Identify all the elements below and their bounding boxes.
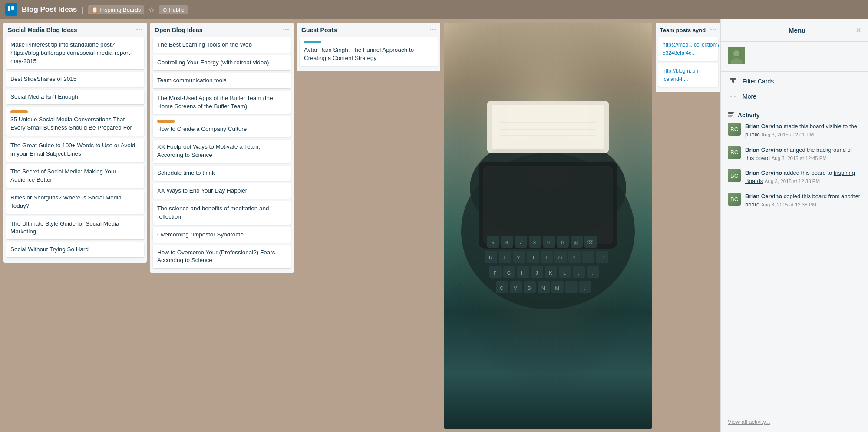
card-sm-1[interactable]: Make Pinterest tip into standalone post?… [6, 37, 144, 69]
card-ob-8[interactable]: XX Ways to End Your Day Happier [153, 183, 291, 199]
activity-user-4: Brian Cervino [745, 193, 782, 199]
card-sm-3[interactable]: Social Media Isn't Enough [6, 90, 144, 105]
list-cards-guest-posts: Avtar Ram Singh: The Funnel Approach to … [297, 37, 440, 71]
trello-logo [5, 3, 17, 16]
card-ob-6[interactable]: XX Foolproof Ways to Motivate a Team, Ac… [153, 140, 291, 163]
card-ob-3[interactable]: Team communication tools [153, 73, 291, 88]
card-sm-2[interactable]: Best SlideShares of 2015 [6, 72, 144, 87]
activity-item-1: BC Brian Cervino made this board visible… [728, 123, 861, 139]
svg-text:Y: Y [517, 255, 520, 260]
activity-avatar-1: BC [728, 123, 741, 136]
activity-item-3: BC Brian Cervino added this board to Ins… [728, 169, 861, 186]
filter-cards-row[interactable]: Filter Cards [721, 73, 868, 89]
avatar-image [728, 47, 745, 64]
svg-text:I: I [545, 255, 547, 260]
activity-time-3: Aug 3, 2015 at 12:38 PM [765, 179, 820, 184]
svg-text:N: N [541, 286, 545, 291]
card-gp-1[interactable]: Avtar Ram Singh: The Funnel Approach to … [300, 37, 438, 66]
more-row[interactable]: ··· More [721, 89, 868, 104]
list-header-team-posts: Team posts synd ··· [656, 23, 720, 37]
list-header-open-blog: Open Blog Ideas ··· [150, 23, 294, 37]
list-menu-guest-posts[interactable]: ··· [429, 26, 436, 34]
list-menu-team-posts[interactable]: ··· [710, 26, 716, 34]
svg-rect-82 [728, 113, 733, 114]
activity-text-3: Brian Cervino added this board to Inspir… [745, 169, 861, 186]
card-text: XX Foolproof Ways to Motivate a Team, Ac… [157, 143, 260, 158]
list-title-open-blog: Open Blog Ideas [155, 27, 202, 33]
divider-2 [721, 106, 868, 106]
visibility-chip[interactable]: ⊕ Public [159, 5, 188, 14]
list-cards-open-blog: The Best Learning Tools on the Web Contr… [150, 37, 294, 273]
view-all-activity-link[interactable]: View all activity... [721, 415, 868, 432]
card-text: The Great Guide to 100+ Words to Use or … [10, 142, 135, 157]
card-ob-4[interactable]: The Most-Used Apps of the Buffer Team (t… [153, 91, 291, 114]
card-text: Team communication tools [157, 77, 227, 83]
svg-text:;: ; [578, 270, 579, 276]
activity-list: BC Brian Cervino made this board visible… [721, 123, 868, 415]
activity-user-2: Brian Cervino [745, 146, 782, 153]
activity-text-2: Brian Cervino changed the background of … [745, 146, 861, 163]
card-ob-5[interactable]: How to Create a Company Culture [153, 116, 291, 137]
svg-rect-83 [728, 115, 733, 116]
card-ob-11[interactable]: How to Overcome Your (Professional?) Fea… [153, 245, 291, 269]
card-sm-6[interactable]: The Secret of Social Media: Making Your … [6, 164, 144, 188]
board-title: Blog Post Ideas [22, 5, 77, 14]
svg-text:H: H [521, 270, 525, 276]
card-text: https://medi...collection/7-53248efaf4c.… [663, 42, 720, 56]
list-menu-open-blog[interactable]: ··· [283, 26, 289, 34]
card-text: Controlling Your Energy (with retreat vi… [157, 59, 269, 66]
svg-rect-7 [492, 105, 604, 149]
list-menu-social-media[interactable]: ··· [136, 26, 142, 34]
globe-icon: ⊕ [162, 7, 167, 13]
board-area: Social Media Blog Ideas ··· Make Pintere… [0, 19, 868, 432]
card-text: Schedule time to think [157, 169, 215, 176]
svg-text:F: F [494, 270, 497, 276]
card-label-orange [157, 120, 175, 123]
svg-text:@: @ [574, 240, 578, 245]
card-tp-2[interactable]: http://blog.n...in-iceland-fr... [658, 63, 718, 87]
svg-text:,: , [570, 286, 571, 291]
svg-text:⌫: ⌫ [587, 240, 594, 245]
svg-text:7: 7 [519, 240, 522, 245]
card-ob-1[interactable]: The Best Learning Tools on the Web [153, 37, 291, 53]
star-icon[interactable]: ☆ [149, 6, 155, 14]
svg-rect-81 [728, 112, 734, 113]
card-ob-10[interactable]: Overcoming "Impostor Syndrome" [153, 227, 291, 243]
divider-1 [721, 71, 868, 72]
svg-text:U: U [531, 255, 534, 260]
svg-text:M: M [555, 286, 559, 291]
header-divider: | [82, 5, 84, 14]
card-text: Avtar Ram Singh: The Funnel Approach to … [304, 47, 414, 61]
svg-text:G: G [507, 270, 511, 276]
card-text: How to Create a Company Culture [157, 126, 247, 132]
activity-time-1: Aug 3, 2015 at 2:01 PM [762, 132, 814, 137]
activity-time-2: Aug 3, 2015 at 12:45 PM [772, 156, 827, 161]
card-sm-8[interactable]: The Ultimate Style Guide for Social Medi… [6, 216, 144, 240]
card-sm-9[interactable]: Social Without Trying So Hard [6, 242, 144, 257]
card-ob-9[interactable]: The science and benefits of meditation a… [153, 201, 291, 225]
menu-header: Menu × [721, 19, 868, 42]
board-icon: 📋 [91, 7, 98, 13]
card-text: Social Without Trying So Hard [10, 246, 89, 253]
svg-text:B: B [528, 286, 531, 291]
card-sm-4[interactable]: 35 Unique Social Media Conversations Tha… [6, 107, 144, 136]
svg-rect-1 [11, 6, 14, 10]
card-sm-5[interactable]: The Great Guide to 100+ Words to Use or … [6, 138, 144, 162]
list-title-guest-posts: Guest Posts [301, 27, 337, 33]
card-text: Rifles or Shotguns? Where is Social Medi… [10, 194, 122, 209]
list-cards-social-media: Make Pinterest tip into standalone post?… [3, 37, 147, 263]
activity-user-1: Brian Cervino [745, 123, 782, 130]
list-title-team-posts: Team posts synd [660, 27, 706, 33]
svg-text:R: R [489, 255, 492, 260]
card-text: Overcoming "Impostor Syndrome" [157, 231, 246, 238]
activity-item-2: BC Brian Cervino changed the background … [728, 146, 861, 163]
card-sm-7[interactable]: Rifles or Shotguns? Where is Social Medi… [6, 190, 144, 214]
card-ob-7[interactable]: Schedule time to think [153, 166, 291, 181]
svg-rect-0 [8, 6, 10, 11]
card-tp-1[interactable]: https://medi...collection/7-53248efaf4c.… [658, 37, 718, 61]
inspiring-boards-chip[interactable]: 📋 Inspiring Boards [88, 5, 144, 14]
activity-text-4: Brian Cervino copied this board from ano… [745, 193, 861, 209]
menu-close-button[interactable]: × [856, 25, 861, 35]
svg-text:O: O [558, 255, 562, 260]
card-ob-2[interactable]: Controlling Your Energy (with retreat vi… [153, 55, 291, 70]
